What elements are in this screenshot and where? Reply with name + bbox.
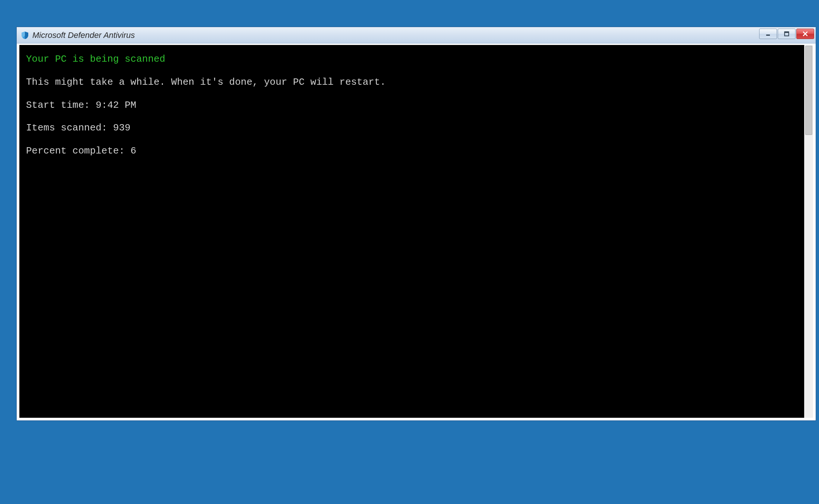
percent-complete-line: Percent complete: 6 xyxy=(26,145,797,158)
items-scanned-line: Items scanned: 939 xyxy=(26,122,797,135)
vertical-scrollbar[interactable] xyxy=(804,45,813,418)
svg-rect-0 xyxy=(766,35,770,36)
window-controls xyxy=(759,29,814,39)
app-window: Microsoft Defender Antivirus Your PC is … xyxy=(16,27,816,421)
scan-status-heading: Your PC is being scanned xyxy=(26,53,797,66)
items-scanned-label: Items scanned: xyxy=(26,122,113,133)
start-time-value: 9:42 PM xyxy=(96,100,136,111)
percent-complete-value: 6 xyxy=(131,145,136,156)
scan-subheading: This might take a while. When it's done,… xyxy=(26,76,797,89)
console-output: Your PC is being scanned This might take… xyxy=(19,45,804,418)
defender-shield-icon xyxy=(20,31,29,40)
svg-rect-2 xyxy=(785,32,789,33)
start-time-label: Start time: xyxy=(26,100,96,111)
start-time-line: Start time: 9:42 PM xyxy=(26,99,797,112)
titlebar[interactable]: Microsoft Defender Antivirus xyxy=(17,27,816,43)
percent-complete-label: Percent complete: xyxy=(26,145,131,156)
window-title: Microsoft Defender Antivirus xyxy=(32,30,135,40)
minimize-button[interactable] xyxy=(759,29,777,39)
close-button[interactable] xyxy=(796,29,814,39)
items-scanned-value: 939 xyxy=(113,122,131,133)
maximize-button[interactable] xyxy=(778,29,796,39)
scrollbar-thumb[interactable] xyxy=(805,46,812,135)
console-area: Your PC is being scanned This might take… xyxy=(19,45,813,418)
